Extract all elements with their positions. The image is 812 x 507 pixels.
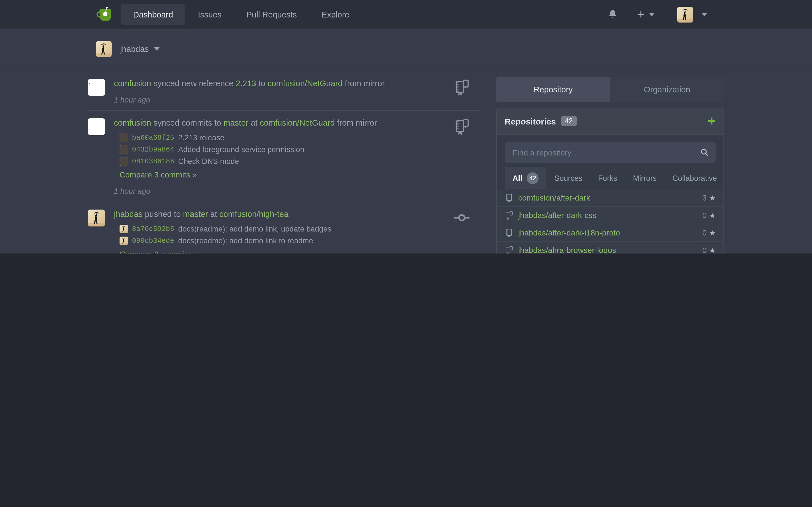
commit-message: Added foreground service permission [178, 145, 304, 154]
context-switcher[interactable]: jhabdas [120, 45, 160, 54]
repo-stars: 0 ★ [702, 211, 716, 220]
repo-mirror-icon [505, 210, 514, 220]
filter-tab-forks[interactable]: Forks [591, 167, 625, 189]
feed-text: from mirror [343, 79, 385, 88]
compare-commits-link[interactable]: Compare 2 commits » [119, 248, 197, 253]
commit-list: 8a76c592b5 docs(readme): add demo link, … [119, 223, 479, 247]
filter-label: Forks [598, 174, 617, 182]
feed-link[interactable]: 2.213 [236, 79, 256, 88]
avatar [88, 118, 105, 135]
sidebar-tabs: RepositoryOrganization [496, 77, 724, 102]
feed-item-body: comfusion synced new reference 2.213 to … [114, 78, 479, 105]
feed-link[interactable]: comfusion/NetGuard [260, 118, 335, 127]
feed-item-title: comfusion synced new reference 2.213 to … [114, 78, 479, 89]
chevron-down-icon [649, 13, 655, 16]
commit-sha-link[interactable]: 090cb34ede [132, 237, 174, 245]
avatar [119, 145, 128, 154]
commit-sha-link[interactable]: 0432b9a864 [132, 146, 174, 154]
feed-link[interactable]: master [223, 118, 248, 127]
navbar-left: DashboardIssuesPull RequestsExplore [96, 0, 362, 29]
repo-list-item[interactable]: jhabdas/after-dark-i18n-proto 0 ★ [497, 224, 723, 242]
compare-commits-link[interactable]: Compare 3 commits » [119, 169, 197, 180]
user-menu-button[interactable] [677, 6, 707, 22]
avatar [88, 210, 105, 226]
feed-link[interactable]: comfusion [114, 118, 151, 127]
commit-sha-link[interactable]: 0810386186 [132, 158, 174, 165]
chevron-down-icon [702, 13, 707, 16]
feed-text: pushed to [143, 210, 183, 219]
commit-row: 090cb34ede docs(readme): add demo link t… [119, 235, 479, 247]
repository-list: comfusion/after-dark 3 ★ jhabdas/after-d… [497, 189, 723, 253]
plus-icon: + [637, 8, 645, 20]
repo-link[interactable]: jhabdas/after-dark-css [518, 211, 596, 220]
star-count: 3 [702, 193, 707, 202]
commit-sha-link[interactable]: 8a76c592b5 [132, 225, 174, 233]
commit-list: ba60a68f25 2.213 release 0432b9a864 Adde… [119, 132, 479, 167]
repo-link[interactable]: comfusion/after-dark [518, 193, 590, 202]
feed-item-title: jhabdas pushed to master at comfusion/hi… [114, 209, 479, 220]
sidebar-tab-repository[interactable]: Repository [496, 77, 610, 102]
star-count: 0 [702, 211, 707, 220]
navbar-item-label: Pull Requests [246, 10, 297, 19]
feed-link[interactable]: jhabdas [114, 210, 143, 219]
commit-sha-link[interactable]: ba60a68f25 [132, 134, 174, 142]
repo-list-item[interactable]: comfusion/after-dark 3 ★ [497, 189, 723, 207]
repo-stars: 3 ★ [702, 193, 716, 202]
star-icon: ★ [709, 246, 716, 253]
avatar [119, 237, 128, 245]
feed-item: comfusion synced commits to master at co… [88, 111, 479, 202]
commit-message: 2.213 release [178, 133, 224, 142]
sidebar-tab-label: Repository [534, 85, 573, 94]
repo-list-item[interactable]: jhabdas/after-dark-css 0 ★ [497, 207, 723, 224]
repo-mirror-icon [505, 245, 514, 253]
create-new-button[interactable]: + [637, 8, 655, 20]
feed-item: jhabdas pushed to master at comfusion/hi… [88, 202, 479, 253]
commit-message: docs(readme): add demo link, update badg… [178, 225, 331, 233]
feed-link[interactable]: master [183, 210, 208, 219]
top-navbar: DashboardIssuesPull RequestsExplore + [0, 0, 812, 29]
avatar[interactable] [96, 41, 112, 57]
repo-stars: 0 ★ [702, 228, 716, 237]
chevron-down-icon [154, 47, 160, 51]
add-repository-button[interactable]: + [708, 114, 716, 128]
filter-label: Collaborative [672, 174, 717, 182]
repository-search [497, 135, 723, 163]
search-icon[interactable] [700, 148, 709, 157]
repo-link[interactable]: jhabdas/after-dark-i18n-proto [518, 228, 620, 237]
avatar [119, 133, 128, 142]
star-count: 0 [702, 228, 707, 237]
feed-link[interactable]: comfusion [114, 79, 151, 88]
navbar-item-pull-requests[interactable]: Pull Requests [235, 4, 309, 25]
sidebar-tab-organization[interactable]: Organization [610, 77, 724, 102]
bell-icon[interactable] [608, 9, 617, 20]
navbar-item-dashboard[interactable]: Dashboard [121, 4, 185, 25]
feed-item-body: comfusion synced commits to master at co… [114, 117, 479, 196]
feed-text: synced new reference [151, 79, 236, 88]
repo-link[interactable]: jhabdas/alrra-browser-logos [518, 245, 616, 253]
filter-tab-collaborative[interactable]: Collaborative [665, 167, 724, 189]
filter-tab-all[interactable]: All 42 [505, 167, 547, 189]
feed-text: synced commits to [151, 118, 223, 127]
repo-list-item[interactable]: jhabdas/alrra-browser-logos 0 ★ [497, 242, 723, 253]
navbar-item-issues[interactable]: Issues [186, 4, 234, 25]
feed-link[interactable]: comfusion/NetGuard [267, 79, 343, 88]
filter-count-badge: 42 [527, 172, 539, 184]
filter-label: All [513, 174, 522, 182]
star-icon: ★ [709, 212, 716, 219]
avatar [88, 79, 105, 96]
star-icon: ★ [709, 194, 716, 202]
navbar-right: + [608, 6, 707, 22]
gitea-logo-icon[interactable] [96, 5, 114, 24]
mirror-sync-icon [454, 79, 470, 96]
commit-message: Check DNS mode [178, 157, 239, 166]
avatar [119, 225, 128, 233]
navbar-item-explore[interactable]: Explore [310, 4, 361, 25]
repositories-count-badge: 42 [561, 116, 577, 126]
commit-row: ba60a68f25 2.213 release [119, 132, 479, 144]
feed-text: from mirror [335, 118, 377, 127]
search-input[interactable] [505, 148, 716, 157]
star-count: 0 [702, 245, 707, 253]
filter-tab-sources[interactable]: Sources [547, 167, 591, 189]
filter-tab-mirrors[interactable]: Mirrors [625, 167, 665, 189]
feed-link[interactable]: comfusion/high-tea [219, 210, 289, 219]
